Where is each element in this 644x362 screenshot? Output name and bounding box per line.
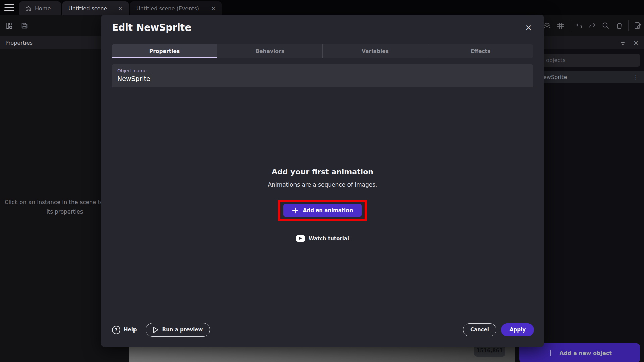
zoom-in-icon[interactable] [601,21,610,30]
question-mark-icon: ? [112,326,120,334]
help-button[interactable]: ? Help [112,326,137,334]
tab-untitled-scene-events[interactable]: Untitled scene (Events) × [130,1,222,15]
tab-events-label: Untitled scene (Events) [136,5,199,12]
close-panel-icon[interactable]: × [633,39,639,47]
help-label: Help [124,327,137,333]
undo-icon[interactable] [575,21,583,30]
add-an-animation-button[interactable]: Add an animation [283,204,362,217]
object-name-field-label: Object name [117,68,528,73]
apply-button[interactable]: Apply [501,323,534,336]
close-icon[interactable]: × [211,6,216,11]
filter-icon[interactable] [620,40,626,45]
home-icon [25,5,32,12]
panels-layout-icon[interactable] [5,21,13,30]
redo-icon[interactable] [588,21,597,30]
youtube-icon [296,235,305,242]
app-window: Home Untitled scene × Untitled scene (Ev… [0,0,644,362]
edit-object-dialog: Edit NewSprite × Properties Behaviors Va… [101,15,544,347]
tab-home-label: Home [35,5,51,12]
tab-scene-label: Untitled scene [68,5,107,12]
run-a-preview-label: Run a preview [162,327,203,333]
top-tab-bar: Home Untitled scene × Untitled scene (Ev… [0,0,644,15]
dialog-tab-bar: Properties Behaviors Variables Effects [112,44,533,58]
save-icon[interactable] [20,21,29,30]
tab-properties[interactable]: Properties [112,44,217,58]
cancel-button[interactable]: Cancel [463,323,496,336]
close-dialog-icon[interactable]: × [525,23,532,32]
text-caret [151,75,152,82]
grid-icon[interactable] [556,21,565,30]
toolbar-divider [570,20,570,31]
empty-state-subtitle: Animations are a sequence of images. [101,181,544,188]
object-name-field-value: NewSprite [117,75,150,82]
edit-scene-properties-icon[interactable] [633,21,642,30]
add-an-animation-label: Add an animation [303,207,353,214]
add-new-object-label: Add a new object [559,350,612,356]
plus-icon [292,207,298,214]
tab-untitled-scene[interactable]: Untitled scene × [62,1,129,15]
tab-behaviors[interactable]: Behaviors [217,44,323,58]
watch-tutorial-link[interactable]: Watch tutorial [101,235,544,242]
run-a-preview-button[interactable]: Run a preview [146,323,210,337]
close-icon[interactable]: × [118,6,123,11]
highlight-annotation-box: Add an animation [278,200,367,221]
trash-icon[interactable] [615,21,624,30]
object-name-field[interactable]: Object name NewSprite [112,64,533,87]
dialog-footer: ? Help Run a preview Cancel Apply [112,323,534,337]
toolbar-divider [628,20,629,31]
tab-home[interactable]: Home [19,1,61,15]
empty-state-heading: Add your first animation [101,168,544,176]
tab-effects[interactable]: Effects [428,44,533,58]
kebab-menu-icon[interactable]: ⋮ [633,74,639,80]
play-icon [153,327,159,333]
dialog-title: Edit NewSprite [112,22,191,33]
plus-icon [547,350,554,356]
main-menu-icon[interactable] [4,4,14,11]
tab-variables[interactable]: Variables [323,44,428,58]
watch-tutorial-label: Watch tutorial [309,236,349,242]
